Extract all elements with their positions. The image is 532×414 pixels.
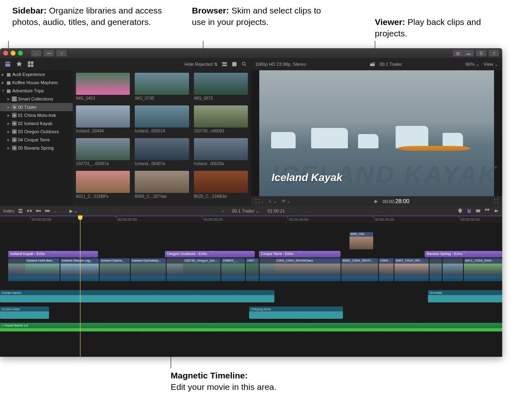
transitions-browser-icon[interactable]	[493, 208, 499, 214]
viewer-canvas[interactable]: ICELAND KAYAK Iceland Kayak	[259, 70, 494, 196]
title-clip[interactable]: Iceland Kayak - Echo	[8, 251, 98, 257]
inspector-button[interactable]: ☰	[476, 50, 486, 56]
sidebar-item[interactable]: ▶▦Koffee House Mayhem	[0, 78, 73, 87]
disclosure-triangle-icon[interactable]: ▶	[2, 81, 5, 85]
browser-clip[interactable]: B009_C...187Vas	[135, 171, 189, 199]
disclosure-triangle-icon[interactable]: ▶	[7, 146, 11, 150]
browser-clip[interactable]: B025_C...21MEbs	[194, 171, 248, 199]
video-clip[interactable]: A007_C018_051...	[394, 258, 429, 281]
browser-clip[interactable]: IMG_0453	[76, 73, 130, 101]
title-clip[interactable]: Cinque Terre - Echo	[259, 251, 341, 257]
disclosure-triangle-icon[interactable]: ▶	[2, 73, 5, 76]
disclosure-triangle-icon[interactable]: ▶	[7, 114, 11, 117]
audio-clip[interactable]: Crowd noise	[0, 307, 49, 319]
fullscreen-window-button[interactable]	[18, 51, 23, 56]
fullscreen-icon[interactable]: ⛶	[494, 199, 498, 204]
transform-menu[interactable]: ⛶ ⌄	[255, 199, 263, 204]
browser-clip[interactable]: 150731_...00087a	[76, 138, 130, 166]
timeline-toggle-button[interactable]: ▬	[463, 50, 474, 56]
view-menu[interactable]: View ⌄	[483, 62, 498, 67]
append-clip-icon[interactable]	[36, 208, 41, 214]
minimize-window-button[interactable]	[11, 51, 16, 56]
retime-menu[interactable]: ⤹ ⌄	[268, 199, 277, 204]
solo-icon[interactable]	[457, 208, 463, 214]
connect-clip-icon[interactable]	[18, 208, 23, 214]
sidebar-item[interactable]: ▶★03 Oregon Outdoors	[0, 128, 73, 136]
disclosure-triangle-icon[interactable]: ▶	[7, 105, 11, 109]
video-clip[interactable]	[260, 258, 275, 281]
video-clip[interactable]: C004...	[379, 258, 394, 281]
timeline-project-menu[interactable]: 00.1 Trailer ⌄	[232, 208, 259, 214]
play-button[interactable]: ▶	[374, 199, 378, 204]
sidebar-item[interactable]: ▼▦Adventure Trips	[0, 87, 73, 95]
video-clip[interactable]	[8, 258, 25, 281]
disclosure-triangle-icon[interactable]: ▼	[2, 89, 5, 93]
timeline-ruler[interactable]: 00:00:25:0000:00:30:0000:00:35:0000:00:4…	[0, 216, 502, 223]
video-clip[interactable]: C003_C003_0514WZacs	[275, 258, 341, 281]
sidebar-item[interactable]: ▶Smart Collections	[0, 95, 73, 103]
audio-clip[interactable]: Ocean waves	[0, 290, 274, 302]
connected-clip[interactable]: A005_C00...	[349, 232, 373, 249]
magnetic-timeline[interactable]: 00:00:25:0000:00:30:0000:00:35:0000:00:4…	[0, 216, 502, 357]
background-tasks-button[interactable]: ✓	[56, 50, 67, 56]
snapping-icon[interactable]	[466, 208, 472, 214]
select-tool[interactable]: ▶ ⌄	[69, 208, 78, 214]
video-clip[interactable]: Iceland-Hofn-Bea...	[25, 258, 60, 281]
import-button[interactable]: ↓	[31, 50, 41, 56]
video-clip[interactable]	[443, 258, 463, 281]
keyword-button[interactable]: ⊶	[44, 50, 54, 56]
browser-clip[interactable]: Iceland...00494	[76, 105, 130, 133]
browser-clip[interactable]: IMG_0730	[135, 73, 189, 101]
disclosure-triangle-icon[interactable]: ▶	[7, 122, 11, 125]
sidebar-item[interactable]: ▶★00 Trailer	[0, 103, 73, 111]
overwrite-clip-icon[interactable]	[45, 208, 50, 214]
video-clip[interactable]: Iceland-Glacier-Lag...	[60, 258, 99, 281]
video-clip[interactable]: 1507...	[246, 258, 259, 281]
sidebar-item[interactable]: ▶★05 Bavaria Spring	[0, 144, 73, 152]
browser-clip[interactable]: Iceland...00407a	[135, 138, 189, 166]
disclosure-triangle-icon[interactable]: ▶	[7, 97, 11, 101]
skimming-icon[interactable]	[439, 208, 445, 214]
browser-clip[interactable]: A011_C...516BPs	[76, 171, 130, 199]
browser-toggle-button[interactable]: ▦	[453, 50, 463, 56]
title-clip[interactable]: Oregon Outdoors - Echo	[165, 251, 255, 257]
disclosure-triangle-icon[interactable]: ▶	[7, 138, 11, 142]
title-clip[interactable]: Bavaria Spring - Echo	[425, 251, 502, 257]
playhead[interactable]	[80, 216, 80, 357]
sidebar-item[interactable]: ▶★04 Cinque Terre	[0, 136, 73, 144]
audio-skimming-icon[interactable]	[448, 208, 454, 214]
browser-clip[interactable]: IMG_0873	[194, 73, 248, 101]
audio-clip[interactable]: Chirping birds	[249, 307, 343, 319]
search-icon[interactable]	[241, 61, 247, 67]
sidebar-item[interactable]: ▶★01 China Moto-trek	[0, 111, 73, 119]
share-button[interactable]: ⇧	[489, 50, 499, 56]
video-clip[interactable]: Iceland-Dyrholaey...	[131, 258, 166, 281]
browser-clip[interactable]: Iceland...00620a	[194, 138, 248, 166]
video-clip[interactable]	[430, 258, 442, 281]
photos-audio-icon[interactable]	[16, 60, 23, 68]
sidebar-item[interactable]: ▶★02 Iceland Kayak	[0, 119, 73, 128]
titles-generators-icon[interactable]	[27, 60, 34, 68]
browser-clip[interactable]: 150730...v00083	[194, 105, 248, 133]
video-clip[interactable]: 150803_...	[221, 258, 245, 281]
timeline-history-back[interactable]: ‹	[222, 208, 224, 213]
enhance-menu[interactable]: ⟳ ⌄	[282, 199, 290, 204]
video-clip[interactable]: B002_C004_0514T...	[341, 258, 378, 281]
list-view-icon[interactable]	[231, 61, 237, 67]
filter-menu[interactable]: Hide Rejected ⇅	[185, 62, 218, 67]
effects-browser-icon[interactable]	[484, 208, 490, 214]
video-clip[interactable]: A011_C018_0516...	[464, 258, 502, 281]
zoom-menu[interactable]: 66% ⌄	[465, 62, 479, 67]
video-clip[interactable]: 150730_Oregon_Sur...	[183, 258, 220, 281]
disclosure-triangle-icon[interactable]: ▶	[7, 130, 11, 134]
video-clip[interactable]	[167, 258, 183, 281]
video-clip[interactable]: Iceland-Fjadra...	[100, 258, 130, 281]
timeline-history-forward[interactable]: ›	[293, 208, 295, 213]
close-window-button[interactable]	[3, 51, 8, 56]
index-button[interactable]: Index	[3, 208, 14, 213]
music-clip[interactable]: ♪ Travel theme v.2	[0, 323, 502, 331]
clip-appearance-timeline-icon[interactable]	[475, 208, 481, 214]
clip-appearance-icon[interactable]	[222, 61, 227, 67]
insert-clip-icon[interactable]	[27, 208, 32, 214]
browser-clip[interactable]: Iceland...000314	[135, 105, 189, 133]
